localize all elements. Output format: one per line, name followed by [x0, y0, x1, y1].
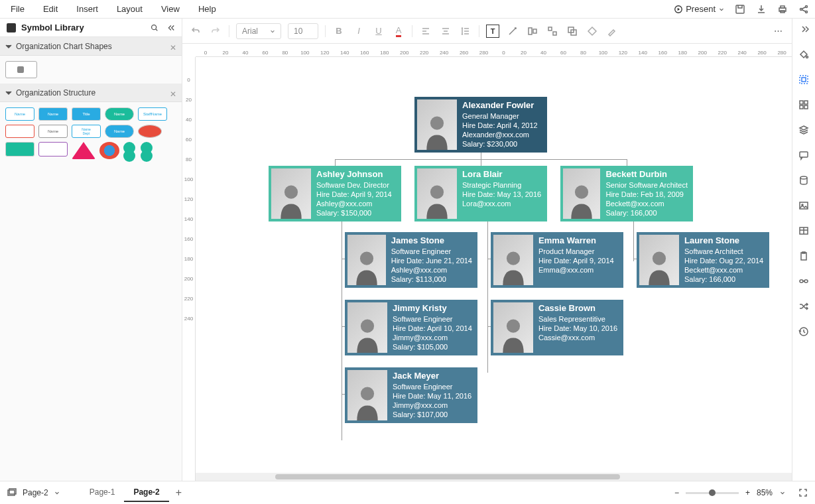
- tab-page-1[interactable]: Page-1: [80, 483, 125, 502]
- table-icon[interactable]: [797, 224, 810, 237]
- menubar: File Edit Insert Layout View Help Presen…: [0, 0, 815, 19]
- image-icon[interactable]: [797, 199, 810, 212]
- clipboard-icon[interactable]: [797, 249, 810, 263]
- zoom-slider[interactable]: [686, 492, 739, 494]
- shape-thumb[interactable]: StaffName: [138, 107, 167, 121]
- shape-thumb[interactable]: [138, 125, 162, 138]
- chevron-down-icon: [54, 489, 60, 496]
- align-v-icon[interactable]: [439, 25, 452, 38]
- shape-thumb[interactable]: [5, 125, 34, 138]
- undo-icon[interactable]: [189, 25, 202, 38]
- share-icon[interactable]: [798, 3, 810, 15]
- save-icon[interactable]: [734, 3, 746, 15]
- close-panel-icon[interactable]: ✕: [170, 43, 176, 50]
- org-node[interactable]: Emma WarrenProduct ManagerHire Date: Apr…: [491, 232, 623, 288]
- more-icon[interactable]: ⋯: [772, 25, 785, 38]
- underline-icon[interactable]: U: [372, 25, 385, 38]
- shape-thumb[interactable]: [99, 142, 119, 159]
- shape-thumb[interactable]: [123, 142, 153, 162]
- line-spacing-icon[interactable]: [459, 25, 472, 38]
- org-node[interactable]: Lauren StoneSoftware ArchitectHire Date:…: [637, 232, 769, 288]
- font-family-select[interactable]: Arial: [236, 23, 281, 39]
- org-node[interactable]: Lora BlairStrategic PlanningHire Date: M…: [414, 166, 547, 221]
- present-button[interactable]: Present: [674, 4, 725, 14]
- shape-thumb[interactable]: Name: [5, 107, 34, 121]
- add-page-button[interactable]: +: [169, 483, 188, 503]
- shuffle-icon[interactable]: [797, 300, 810, 313]
- grid-icon[interactable]: [797, 98, 810, 111]
- shape-thumb[interactable]: [38, 142, 68, 157]
- page-selector[interactable]: Page-2: [7, 487, 60, 498]
- connector-line: [487, 221, 488, 373]
- menu-view[interactable]: View: [161, 4, 180, 14]
- org-node[interactable]: Jack MeyerSoftware EngineerHire Date: Ma…: [345, 367, 477, 423]
- properties-icon[interactable]: [797, 73, 810, 86]
- chevron-down-icon: [718, 6, 725, 13]
- shape-thumb[interactable]: Name: [38, 107, 68, 121]
- org-node[interactable]: James StoneSoftware EngineerHire Date: J…: [345, 232, 477, 288]
- zoom-out-button[interactable]: −: [674, 488, 679, 497]
- layers-icon[interactable]: [797, 123, 810, 137]
- menu-layout[interactable]: Layout: [117, 4, 143, 14]
- close-panel-icon[interactable]: ✕: [170, 90, 176, 96]
- node-email: Ashley@xxx.com: [391, 265, 472, 275]
- org-node[interactable]: Alexander FowlerGeneral ManagerHire Date…: [414, 97, 547, 153]
- shape-thumb[interactable]: [5, 61, 37, 78]
- shape-thumb[interactable]: Title: [72, 107, 101, 121]
- data-icon[interactable]: [797, 174, 810, 187]
- search-icon[interactable]: [150, 23, 159, 32]
- shape-thumb[interactable]: [72, 142, 95, 159]
- fill-tool-icon[interactable]: [797, 48, 810, 61]
- print-icon[interactable]: [777, 3, 788, 15]
- menu-insert[interactable]: Insert: [76, 4, 98, 14]
- shape-thumb[interactable]: Name: [105, 107, 134, 121]
- node-name: Cassie Brown: [538, 304, 617, 313]
- connector-icon[interactable]: [506, 25, 519, 38]
- fill-icon[interactable]: [586, 25, 599, 38]
- panel-org-structure[interactable]: Organization Structure ✕: [0, 84, 182, 102]
- page-tabs: Page-1 Page-2: [80, 483, 169, 502]
- node-title: Software Engineer: [393, 382, 471, 391]
- expand-panel-icon[interactable]: [797, 23, 810, 36]
- menu-help[interactable]: Help: [198, 4, 216, 14]
- download-icon[interactable]: [755, 3, 767, 15]
- play-icon: [674, 5, 683, 14]
- align-objects-icon[interactable]: [526, 25, 539, 38]
- shape-thumb[interactable]: [5, 142, 34, 157]
- comment-icon[interactable]: [797, 149, 810, 162]
- italic-icon[interactable]: I: [352, 25, 365, 38]
- font-color-icon[interactable]: A: [392, 25, 405, 38]
- align-h-icon[interactable]: [419, 25, 432, 38]
- shape-thumb[interactable]: NameDept: [72, 125, 101, 138]
- node-info: Lora BlairStrategic PlanningHire Date: M…: [460, 166, 546, 221]
- horizontal-scrollbar[interactable]: [196, 473, 792, 481]
- group-icon[interactable]: [566, 25, 579, 38]
- shape-thumb[interactable]: Name: [105, 125, 134, 138]
- text-tool-icon[interactable]: T: [486, 25, 499, 38]
- org-node[interactable]: Beckett DurbinSenior Software ArchitectH…: [560, 166, 693, 221]
- eyedropper-icon[interactable]: [605, 25, 619, 38]
- slider-knob[interactable]: [709, 489, 716, 496]
- panel-org-chart-shapes[interactable]: Organization Chart Shapes ✕: [0, 37, 182, 56]
- shape-thumb[interactable]: Name: [38, 125, 68, 138]
- menu-file[interactable]: File: [11, 4, 25, 14]
- org-node[interactable]: Jimmy KristySoftware EngineerHire Date: …: [345, 300, 477, 355]
- node-info: Alexander FowlerGeneral ManagerHire Date…: [460, 97, 543, 153]
- distribute-icon[interactable]: [546, 25, 559, 38]
- zoom-in-button[interactable]: +: [745, 488, 750, 497]
- connector-line: [487, 326, 491, 327]
- org-node[interactable]: Cassie BrownSales RepresentitiveHire Dat…: [491, 300, 623, 355]
- font-size-select[interactable]: 10: [288, 23, 318, 39]
- org-node[interactable]: Ashley JohnsonSoftware Dev. DirectorHire…: [269, 166, 401, 221]
- redo-icon[interactable]: [209, 25, 222, 38]
- link-icon[interactable]: [797, 275, 810, 288]
- scrollbar-thumb[interactable]: [275, 474, 620, 479]
- history-icon[interactable]: [797, 325, 810, 338]
- bold-icon[interactable]: B: [332, 25, 345, 38]
- fullscreen-icon[interactable]: [798, 487, 808, 498]
- tab-page-2[interactable]: Page-2: [124, 483, 168, 502]
- menu-edit[interactable]: Edit: [43, 4, 58, 14]
- canvas[interactable]: Alexander FowlerGeneral ManagerHire Date…: [196, 57, 792, 481]
- collapse-sidebar-icon[interactable]: [166, 23, 175, 32]
- node-salary: Salary: $107,000: [393, 410, 471, 419]
